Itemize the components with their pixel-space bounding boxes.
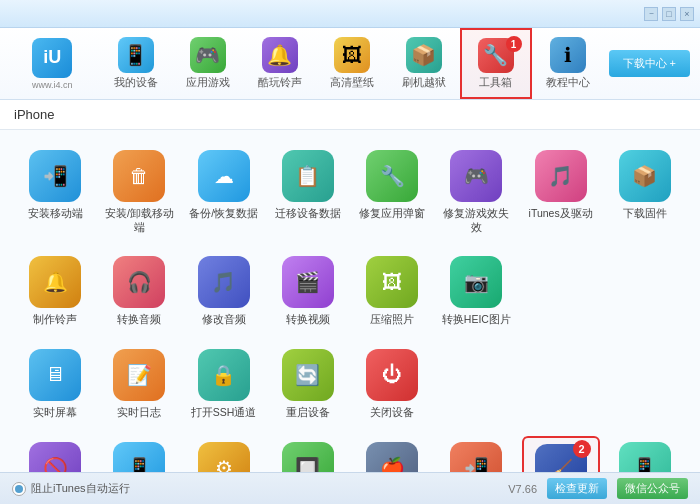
tool-item-compress-photo[interactable]: 🖼压缩照片 [353,250,431,333]
tool-item-open-ssh[interactable]: 🔒打开SSH通道 [185,343,263,426]
tool-item-download-firm[interactable]: 📦下载固件 [606,144,684,240]
tool-icon-migrate: 📋 [282,150,334,202]
tool-icon-clean-junk: 🧹2 [535,444,587,472]
tool-icon-make-ringtone: 🔔 [29,256,81,308]
tool-label-download-firm: 下载固件 [623,207,667,221]
nav-icon-my-device: 📱 [118,37,154,73]
tool-item-realtime-log[interactable]: 📝实时日志 [100,343,178,426]
nav-item-my-device[interactable]: 📱我的设备 [100,28,172,99]
tool-emoji-uninstall-app: 🗑 [129,165,149,188]
tool-item-fix-app-crash[interactable]: 🔧修复应用弹窗 [353,144,431,240]
tool-emoji-install-app: 📲 [43,164,68,188]
nav-items: 📱我的设备🎮应用游戏🔔酷玩铃声🖼高清壁纸📦刷机越狱🔧工具箱1ℹ教程中心 [100,28,604,99]
tool-label-migrate: 迁移设备数据 [275,207,341,221]
tool-icon-realtime-screen: 🖥 [29,349,81,401]
tool-label-reboot: 重启设备 [286,406,330,420]
sub-header: iPhone [0,100,700,130]
tool-emoji-convert-audio: 🎧 [127,270,152,294]
tool-label-uninstall-app: 安装/卸载移动端 [102,207,176,234]
nav-label-my-device: 我的设备 [114,76,158,89]
tool-emoji-reboot: 🔄 [295,363,320,387]
tool-emoji-compress-photo: 🖼 [382,271,402,294]
tool-item-convert-video[interactable]: 🎬转换视频 [269,250,347,333]
tool-label-install-app: 安装移动端 [28,207,83,221]
status-bar: 阻止iTunes自动运行 V7.66 检查更新 微信公众号 [0,472,700,504]
tool-item-migrate[interactable]: 📋迁移设备数据 [269,144,347,240]
tool-item-empty-23 [606,343,684,426]
tool-icon-install-app: 📲 [29,150,81,202]
header: iU www.i4.cn 📱我的设备🎮应用游戏🔔酷玩铃声🖼高清壁纸📦刷机越狱🔧工… [0,28,700,100]
tool-item-shutdown[interactable]: ⏻关闭设备 [353,343,431,426]
title-bar: － □ × [0,0,700,28]
nav-label-tutorial: 教程中心 [546,76,590,89]
tool-emoji-realtime-log: 📝 [127,363,152,387]
tool-icon-shutdown: ⏻ [366,349,418,401]
tool-emoji-flash-ios: 🚫 [43,456,68,472]
nav-item-ringtone[interactable]: 🔔酷玩铃声 [244,28,316,99]
tool-icon-compress-photo: 🖼 [366,256,418,308]
maximize-button[interactable]: □ [662,7,676,21]
tool-icon-uninstall-app: 🗑 [113,150,165,202]
tool-item-edit-audio[interactable]: 🎵修改音频 [185,250,263,333]
minimize-button[interactable]: － [644,7,658,21]
tool-label-convert-audio: 转换音频 [117,313,161,327]
wechat-button[interactable]: 微信公众号 [617,478,688,499]
tool-item-fix-effect[interactable]: 🎮修复游戏效失效 [437,144,515,240]
nav-item-tutorial[interactable]: ℹ教程中心 [532,28,604,99]
window-controls: － □ × [644,7,694,21]
tool-label-realtime-log: 实时日志 [117,406,161,420]
tool-emoji-reactivate: 📱 [632,456,657,472]
tool-item-make-ringtone[interactable]: 🔔制作铃声 [16,250,94,333]
tool-icon-convert-heic: 📷 [450,256,502,308]
tool-item-realtime-screen[interactable]: 🖥实时屏幕 [16,343,94,426]
tool-emoji-convert-heic: 📷 [464,270,489,294]
tool-item-wipe-data[interactable]: 🍎抹掉所有数据 [353,436,431,472]
tool-emoji-migrate: 📋 [295,164,320,188]
nav-badge-tools: 1 [506,36,522,52]
tool-emoji-download-firm: 📦 [632,164,657,188]
nav-item-wallpaper[interactable]: 🖼高清壁纸 [316,28,388,99]
tool-item-convert-audio[interactable]: 🎧转换音频 [100,250,178,333]
tool-icon-download-firm: 📦 [619,150,671,202]
tool-label-make-ringtone: 制作铃声 [33,313,77,327]
tool-badge-clean-junk: 2 [573,440,591,458]
tool-item-del-icons[interactable]: 🔲删除预留图标 [269,436,347,472]
tool-item-empty-15 [606,250,684,333]
tool-item-backup-restore[interactable]: ☁备份/恢复数据 [185,144,263,240]
check-update-button[interactable]: 检查更新 [547,478,607,499]
tool-label-compress-photo: 压缩照片 [370,313,414,327]
logo-text: www.i4.cn [32,80,73,90]
close-button[interactable]: × [680,7,694,21]
nav-label-app-games: 应用游戏 [186,76,230,89]
tool-icon-func-switch: ⚙ [198,442,250,472]
tool-item-reboot[interactable]: 🔄重启设备 [269,343,347,426]
status-right: V7.66 检查更新 微信公众号 [508,478,688,499]
tool-icon-convert-audio: 🎧 [113,256,165,308]
tool-icon-realtime-log: 📝 [113,349,165,401]
tool-icon-flash-ios: 🚫 [29,442,81,472]
tool-item-convert-heic[interactable]: 📷转换HEIC图片 [437,250,515,333]
tool-emoji-wipe-data: 🍎 [380,456,405,472]
tool-label-realtime-screen: 实时屏幕 [33,406,77,420]
tool-item-func-switch[interactable]: ⚙设备功能开关 [185,436,263,472]
itunes-toggle[interactable]: 阻止iTunes自动运行 [12,481,130,496]
main-content: 📲安装移动端🗑安装/卸载移动端☁备份/恢复数据📋迁移设备数据🔧修复应用弹窗🎮修复… [0,130,700,472]
tool-label-backup-restore: 备份/恢复数据 [189,207,258,221]
tool-item-reactivate[interactable]: 📱反激活设备 [606,436,684,472]
nav-item-flash[interactable]: 📦刷机越狱 [388,28,460,99]
tool-item-recovery[interactable]: 📲进入恢复模式 [437,436,515,472]
nav-label-wallpaper: 高清壁纸 [330,76,374,89]
nav-item-tools[interactable]: 🔧工具箱1 [460,28,532,99]
tool-icon-wipe-data: 🍎 [366,442,418,472]
tool-icon-organize-desktop: 📱 [113,442,165,472]
nav-item-app-games[interactable]: 🎮应用游戏 [172,28,244,99]
tool-item-flash-ios[interactable]: 🚫屏蔽iOS更新 [16,436,94,472]
toggle-inner [15,485,23,493]
tool-item-organize-desktop[interactable]: 📱整理设备桌面 [100,436,178,472]
tool-emoji-recovery: 📲 [464,456,489,472]
tool-item-install-app[interactable]: 📲安装移动端 [16,144,94,240]
download-button[interactable]: 下载中心 + [609,50,690,77]
tool-item-clean-junk[interactable]: 🧹2清理设备垃圾 [522,436,600,472]
tool-item-itunes-driver[interactable]: 🎵iTunes及驱动 [522,144,600,240]
tool-item-uninstall-app[interactable]: 🗑安装/卸载移动端 [100,144,178,240]
